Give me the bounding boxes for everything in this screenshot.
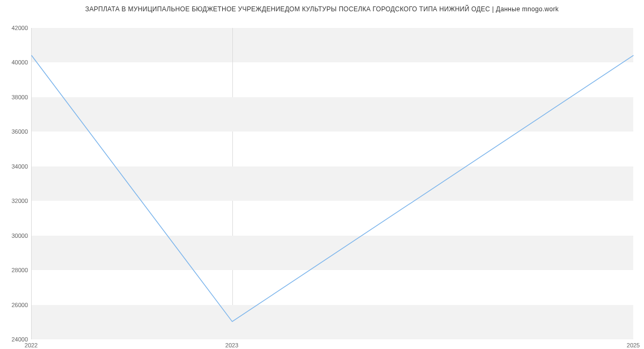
y-tick-label: 34000	[2, 163, 28, 170]
y-tick-label: 26000	[2, 302, 28, 308]
y-tick-label: 38000	[2, 94, 28, 100]
series-line	[32, 55, 633, 321]
y-tick-label: 42000	[2, 25, 28, 31]
y-tick-label: 28000	[2, 267, 28, 273]
y-tick-label: 30000	[2, 232, 28, 239]
y-tick-label: 36000	[2, 128, 28, 135]
chart-container: 2400026000280003000032000340003600038000…	[0, 13, 644, 346]
plot-area	[31, 28, 633, 339]
chart-title: ЗАРПЛАТА В МУНИЦИПАЛЬНОЕ БЮДЖЕТНОЕ УЧРЕЖ…	[0, 0, 644, 13]
y-tick-label: 32000	[2, 198, 28, 204]
x-tick-label: 2023	[225, 342, 238, 348]
line-series	[32, 28, 633, 339]
x-tick-label: 2025	[627, 342, 640, 348]
y-tick-label: 40000	[2, 59, 28, 66]
x-tick-label: 2022	[25, 342, 38, 348]
